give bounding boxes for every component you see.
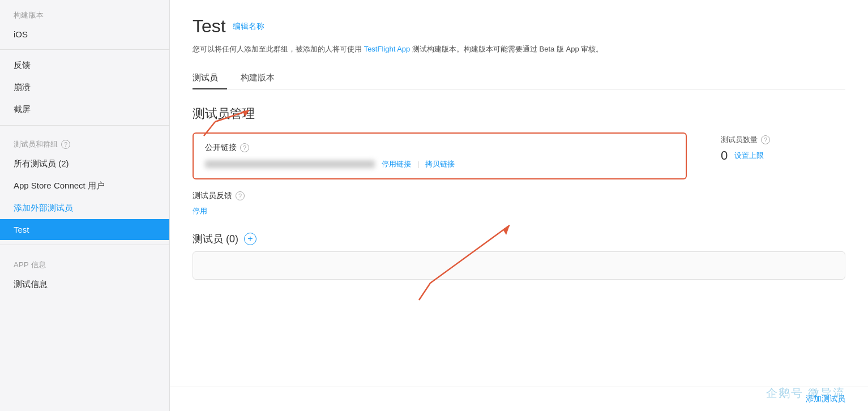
link-separator: |: [417, 160, 419, 168]
desc-text-2: 测试构建版本。构建版本可能需要通过 Beta 版 App 审核。: [412, 45, 603, 53]
sidebar: 构建版本 iOS 反馈 崩溃 截屏 测试员和群组 ? 所有测试员 (2) App…: [0, 0, 170, 411]
tabs-row: 测试员 构建版本: [193, 67, 845, 89]
public-link-url-row: 停用链接 | 拷贝链接: [205, 159, 674, 169]
copy-link-action[interactable]: 拷贝链接: [425, 160, 455, 168]
edit-name-link[interactable]: 编辑名称: [233, 22, 264, 32]
bottom-action-row: 添加测试员: [170, 387, 868, 411]
add-tester-circle-button[interactable]: +: [244, 233, 256, 245]
sidebar-item-ios[interactable]: iOS: [0, 24, 169, 45]
feedback-label: 测试员反馈: [193, 191, 232, 201]
feedback-help-icon[interactable]: ?: [236, 191, 245, 200]
desc-text-1: 您可以将任何人添加至此群组，被添加的人将可使用: [193, 45, 364, 53]
testers-header-row: 测试员 (0) +: [193, 232, 845, 246]
sidebar-group-testers: 测试员和群组 ?: [0, 130, 169, 153]
sidebar-item-test-info[interactable]: 测试信息: [0, 273, 169, 296]
sidebar-divider-3: [0, 245, 169, 245]
feedback-disable-link[interactable]: 停用: [193, 207, 207, 215]
sidebar-divider-2: [0, 125, 169, 126]
sidebar-item-add-external-testers[interactable]: 添加外部测试员: [0, 197, 169, 219]
testflight-app-link[interactable]: TestFlight App: [364, 45, 411, 53]
public-link-box: 公开链接 ? 停用链接 | 拷贝链接: [193, 132, 687, 179]
left-column: 公开链接 ? 停用链接 | 拷贝链接 测试员反馈 ? 停用: [193, 132, 687, 216]
content-columns: 公开链接 ? 停用链接 | 拷贝链接 测试员反馈 ? 停用: [193, 132, 845, 216]
sidebar-item-all-testers[interactable]: 所有测试员 (2): [0, 153, 169, 175]
testers-header-title: 测试员 (0): [193, 232, 238, 246]
testers-count-label-row: 测试员数量 ?: [721, 135, 845, 145]
section-title-tester-management: 测试员管理: [193, 105, 845, 122]
sidebar-item-feedback[interactable]: 反馈: [0, 54, 169, 76]
testers-group-help-icon[interactable]: ?: [61, 140, 70, 149]
add-tester-bottom-link[interactable]: 添加测试员: [806, 394, 845, 404]
sidebar-section-app-info: APP 信息: [0, 250, 169, 273]
svg-line-5: [419, 283, 430, 300]
page-title-row: Test 编辑名称: [193, 16, 845, 37]
main-content: Test 编辑名称 您可以将任何人添加至此群组，被添加的人将可使用 TestFl…: [170, 0, 868, 411]
sidebar-item-screenshot[interactable]: 截屏: [0, 99, 169, 121]
set-limit-link[interactable]: 设置上限: [734, 151, 764, 161]
testers-count-help-icon[interactable]: ?: [761, 135, 770, 144]
count-number: 0: [721, 148, 728, 163]
main-inner: Test 编辑名称 您可以将任何人添加至此群组，被添加的人将可使用 TestFl…: [170, 0, 868, 387]
right-column: 测试员数量 ? 0 设置上限: [721, 135, 845, 163]
public-link-help-icon[interactable]: ?: [240, 143, 249, 152]
public-link-label: 公开链接: [205, 143, 237, 153]
page-title: Test: [193, 16, 226, 37]
count-row: 0 设置上限: [721, 148, 845, 163]
sidebar-item-appstore-connect-users[interactable]: App Store Connect 用户: [0, 175, 169, 197]
sidebar-group-testers-label: 测试员和群组: [14, 139, 58, 149]
feedback-label-row: 测试员反馈 ?: [193, 191, 687, 201]
sidebar-item-test[interactable]: Test: [0, 219, 169, 240]
sidebar-section-build: 构建版本: [0, 0, 169, 24]
tab-testers[interactable]: 测试员: [193, 67, 227, 89]
tab-builds[interactable]: 构建版本: [241, 67, 284, 89]
blurred-url: [205, 160, 375, 168]
testers-count-label: 测试员数量: [721, 135, 758, 145]
sidebar-divider-1: [0, 49, 169, 50]
empty-list-box: [193, 251, 845, 280]
sidebar-item-crash[interactable]: 崩溃: [0, 76, 169, 99]
page-description: 您可以将任何人添加至此群组，被添加的人将可使用 TestFlight App 测…: [193, 44, 645, 55]
public-link-label-row: 公开链接 ?: [205, 143, 674, 153]
disable-link-action[interactable]: 停用链接: [382, 160, 411, 168]
